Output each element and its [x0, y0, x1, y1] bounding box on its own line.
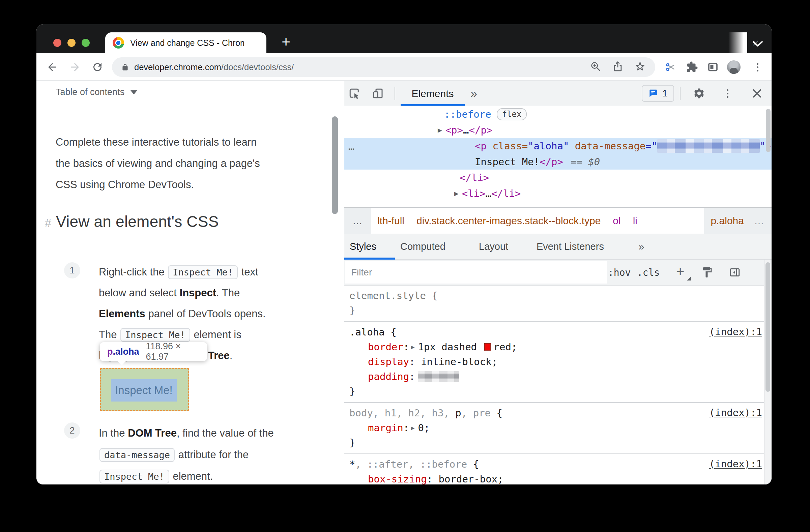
tab-event-listeners[interactable]: Event Listeners	[536, 234, 604, 260]
dollar-zero-flag: == $0	[571, 156, 600, 168]
dom-row-close-li[interactable]: </li>	[344, 170, 772, 185]
toc-label: Table of contents	[55, 87, 125, 97]
tab-title-fade	[728, 32, 747, 53]
devtools-menu-icon[interactable]	[723, 87, 731, 99]
style-rule-aloha[interactable]: (index):1 .aloha { border:▶1px dashed re…	[344, 321, 772, 402]
rendering-brush-icon[interactable]	[701, 266, 713, 279]
stylesheet-link[interactable]: (index):1	[709, 407, 762, 418]
address-bar[interactable]: developer.chrome.com/docs/devtools/css/	[112, 57, 655, 77]
breadcrumb-overflow-left[interactable]: …	[344, 208, 371, 234]
stylesheet-link[interactable]: (index):1	[709, 326, 762, 337]
breadcrumb-item[interactable]: ol	[613, 215, 620, 227]
share-icon[interactable]	[612, 61, 623, 73]
css-property[interactable]: margin:▶0;	[350, 420, 761, 435]
toolbar-separator	[680, 87, 681, 100]
inline-code-chip: Inspect Me!	[168, 265, 238, 279]
tab-elements[interactable]: Elements	[401, 81, 465, 106]
stylesheet-link[interactable]: (index):1	[709, 458, 762, 470]
dom-scrollbar[interactable]	[766, 109, 771, 152]
toggle-classes-button[interactable]: .cls	[637, 260, 660, 285]
section-heading: # View an element's CSS	[45, 212, 219, 231]
device-toolbar-icon[interactable]	[372, 87, 384, 101]
element-overlay-tooltip: p.aloha 118.96 × 61.97	[100, 342, 207, 361]
chevron-down-icon	[130, 90, 137, 95]
page-title: View an element's CSS	[56, 212, 219, 231]
breadcrumb-item[interactable]: li	[633, 215, 637, 227]
back-icon[interactable]	[46, 61, 58, 73]
style-rule-body-headings[interactable]: (index):1 body, h1, h2, h3, p, pre { mar…	[344, 402, 772, 453]
css-property[interactable]: padding:	[350, 369, 761, 384]
page-scrollbar[interactable]	[332, 116, 338, 214]
url-host: developer.chrome.com	[134, 62, 221, 72]
style-rule-universal[interactable]: (index):1 *, ::after, ::before { box-siz…	[344, 453, 772, 484]
browser-menu-icon[interactable]	[754, 61, 761, 73]
sidebar-tabs: Styles Computed Layout Event Listeners »	[344, 234, 772, 260]
expand-triangle-icon[interactable]: ▶	[454, 189, 459, 198]
dom-hover-dots[interactable]: …	[349, 140, 355, 152]
browser-window: View and change CSS - Chrome × +	[36, 24, 772, 484]
inspect-element-icon[interactable]	[349, 87, 360, 101]
extensions-puzzle-icon[interactable]	[686, 61, 698, 73]
chrome-favicon-icon	[113, 37, 124, 49]
browser-tab[interactable]: View and change CSS - Chrome	[105, 32, 266, 53]
styles-cascade: element.style { } (index):1 .aloha { bor…	[344, 285, 772, 484]
inline-code-chip: Inspect Me!	[120, 328, 190, 342]
css-property[interactable]: display: inline-block;	[350, 354, 761, 369]
scissors-extension-icon[interactable]	[665, 61, 677, 73]
css-property[interactable]: box-sizing: border-box;	[350, 472, 761, 484]
dom-row-before-pseudo[interactable]: ::before flex	[344, 106, 772, 122]
breadcrumb-overflow-right[interactable]: …	[754, 215, 765, 227]
dom-row-collapsed-p[interactable]: ▶<p>…</p>	[344, 122, 772, 138]
heading-anchor-hash[interactable]: #	[45, 216, 51, 230]
more-tabs-chevron[interactable]: »	[638, 234, 644, 260]
reload-icon[interactable]	[92, 61, 103, 73]
zoom-icon[interactable]	[590, 61, 601, 73]
dom-row-collapsed-li[interactable]: ▶<li>…</li>	[344, 185, 772, 201]
expand-shorthand-icon[interactable]: ▶	[411, 344, 415, 350]
screenshot-stage: View and change CSS - Chrome × +	[0, 0, 810, 532]
styles-scrollbar[interactable]	[765, 262, 770, 392]
tab-layout[interactable]: Layout	[479, 234, 508, 260]
inline-code-chip: data-message	[99, 448, 175, 462]
new-style-rule-button[interactable]: +	[676, 260, 684, 284]
sidebar-toggle-icon[interactable]	[729, 266, 741, 279]
tab-styles[interactable]: Styles	[350, 234, 376, 260]
devtools-toolbar: Elements » 1	[344, 81, 772, 106]
tab-search-chevron-icon[interactable]	[752, 40, 763, 49]
step-2-number: 2	[64, 422, 80, 438]
inspect-me-demo-box[interactable]: Inspect Me!	[100, 368, 189, 411]
style-rule-element[interactable]: element.style { }	[344, 285, 772, 321]
bookmark-star-icon[interactable]	[634, 61, 646, 73]
more-panels-chevron[interactable]: »	[470, 81, 477, 106]
side-panel-icon[interactable]	[707, 61, 719, 73]
forward-icon[interactable]	[69, 61, 81, 73]
traffic-minimize-button[interactable]	[67, 39, 76, 47]
breadcrumb-item-selected[interactable]: p.aloha	[711, 215, 744, 227]
table-of-contents-dropdown[interactable]: Table of contents	[55, 87, 137, 97]
settings-gear-icon[interactable]	[693, 87, 705, 101]
toggle-hover-state-button[interactable]: :hov	[608, 260, 631, 285]
url-path: /docs/devtools/css/	[221, 62, 294, 72]
toolbar-separator	[394, 87, 395, 100]
new-rule-dropdown-triangle	[687, 277, 691, 281]
traffic-zoom-button[interactable]	[82, 39, 90, 47]
devtools-close-icon[interactable]	[751, 87, 763, 101]
expand-triangle-icon[interactable]: ▶	[438, 126, 442, 134]
color-swatch[interactable]	[484, 343, 491, 351]
dom-row-selected[interactable]: … <p class="aloha" data-message=""> Insp…	[344, 138, 772, 170]
profile-avatar[interactable]	[727, 60, 741, 74]
breadcrumb-item[interactable]: div.stack.center-images.stack--block.typ…	[417, 215, 601, 227]
new-tab-button[interactable]: +	[276, 32, 295, 52]
breadcrumb-item[interactable]: lth-full	[377, 215, 404, 227]
traffic-close-button[interactable]	[53, 39, 61, 47]
flex-badge[interactable]: flex	[497, 108, 527, 120]
tab-computed[interactable]: Computed	[400, 234, 446, 260]
issues-counter-button[interactable]: 1	[642, 85, 674, 102]
css-property[interactable]: border:▶1px dashed red;	[350, 339, 761, 354]
inspect-me-text[interactable]: Inspect Me!	[111, 379, 177, 401]
styles-filter-input[interactable]	[345, 261, 607, 284]
expand-shorthand-icon[interactable]: ▶	[411, 425, 415, 431]
lock-icon[interactable]	[121, 63, 129, 71]
devtools-panel: Elements » 1 ::before	[344, 81, 772, 484]
tab-strip: View and change CSS - Chrome × +	[36, 24, 772, 53]
